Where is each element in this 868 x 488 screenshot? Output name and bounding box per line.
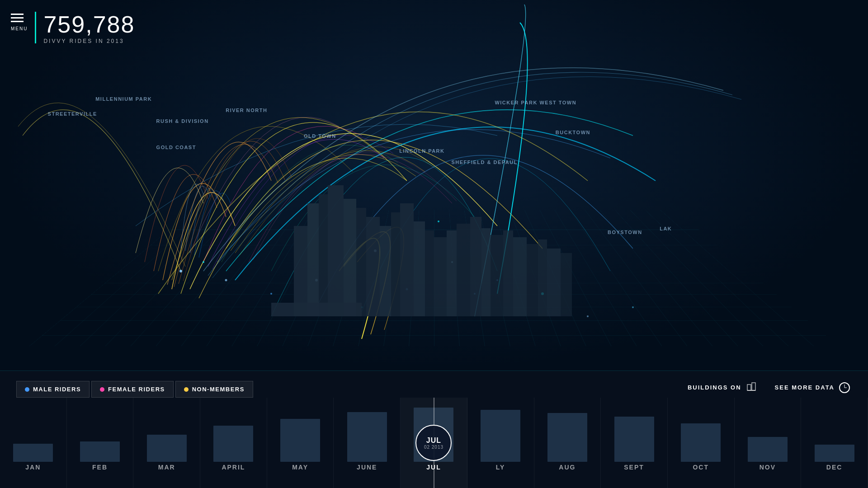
header: MENU 759,788 DIVVY RIDES IN 2013 xyxy=(11,11,135,44)
month-name-mar: MAR xyxy=(158,464,175,471)
label-sheffield: SHEFFIELD & DEPAUL xyxy=(451,160,518,165)
month-name-april: APRIL xyxy=(222,464,245,471)
svg-rect-18 xyxy=(328,185,344,316)
buildings-toggle[interactable]: BUILDINGS ON xyxy=(688,381,757,394)
month-name-may: MAY xyxy=(292,464,308,471)
svg-point-2 xyxy=(225,279,227,282)
right-controls: BUILDINGS ON SEE MORE DATA xyxy=(688,381,850,394)
clock-icon xyxy=(839,382,850,393)
month-col-dec[interactable]: DEC xyxy=(801,398,868,488)
svg-rect-33 xyxy=(503,230,513,316)
label-millennium: MILLENNIUM PARK xyxy=(95,96,152,102)
filter-nonmember[interactable]: NON-MEMBERS xyxy=(175,381,253,398)
filter-male[interactable]: MALE RIDERS xyxy=(16,381,90,398)
svg-rect-20 xyxy=(356,208,366,316)
male-dot xyxy=(25,387,29,392)
month-name-sept: SEPT xyxy=(624,464,644,471)
label-wicker-park: WICKER PARK WEST TOWN xyxy=(495,100,576,105)
month-col-jul[interactable]: JUL 02 2013 JUL xyxy=(401,398,467,488)
svg-rect-25 xyxy=(414,221,425,316)
svg-rect-39 xyxy=(271,303,362,316)
month-col-ly[interactable]: LY xyxy=(467,398,534,488)
month-col-june[interactable]: JUNE xyxy=(334,398,401,488)
svg-rect-41 xyxy=(752,383,755,390)
menu-button[interactable]: MENU xyxy=(11,11,28,31)
nonmember-label: NON-MEMBERS xyxy=(192,386,245,393)
month-name-ly: LY xyxy=(496,464,505,471)
label-lak: LAK xyxy=(660,226,672,231)
building-icon xyxy=(746,381,757,394)
label-streeterville: STREETERVILLE xyxy=(48,111,97,117)
month-col-mar[interactable]: MAR xyxy=(133,398,200,488)
svg-rect-32 xyxy=(491,235,503,316)
svg-rect-23 xyxy=(391,212,400,316)
svg-rect-26 xyxy=(425,230,434,316)
female-label: FEMALE RIDERS xyxy=(108,386,165,393)
header-divider xyxy=(35,12,36,43)
bottom-bar: MALE RIDERS FEMALE RIDERS NON-MEMBERS BU… xyxy=(0,371,868,488)
month-name-june: JUNE xyxy=(357,464,377,471)
female-dot xyxy=(100,387,104,392)
month-name-nov: NOV xyxy=(760,464,776,471)
svg-rect-29 xyxy=(457,224,470,316)
month-name-aug: AUG xyxy=(559,464,576,471)
data-label: SEE MORE DATA xyxy=(775,384,835,391)
svg-rect-31 xyxy=(481,228,491,316)
svg-point-1 xyxy=(203,261,204,263)
buildings-label: BUILDINGS ON xyxy=(688,384,741,391)
filter-buttons: MALE RIDERS FEMALE RIDERS NON-MEMBERS xyxy=(16,381,253,398)
svg-rect-16 xyxy=(307,203,319,316)
timeline[interactable]: JANFEBMARAPRILMAYJUNE JUL 02 2013 JULLYA… xyxy=(0,398,868,488)
svg-rect-30 xyxy=(470,217,481,316)
label-lincoln-park: LINCOLN PARK xyxy=(399,148,444,154)
svg-rect-34 xyxy=(513,237,527,316)
male-label: MALE RIDERS xyxy=(33,386,81,393)
month-col-oct[interactable]: OCT xyxy=(668,398,735,488)
map-visualization: STREETERVILLE GOLD COAST RUSH & DIVISION… xyxy=(0,0,868,371)
label-gold-coast: GOLD COAST xyxy=(156,145,196,150)
month-name-dec: DEC xyxy=(826,464,843,471)
label-old-town: OLD TOWN xyxy=(304,133,336,139)
svg-rect-17 xyxy=(319,194,328,316)
label-rush-division: RUSH & DIVISION xyxy=(156,118,209,124)
nonmember-dot xyxy=(184,387,189,392)
label-river-north: RIVER NORTH xyxy=(226,108,267,113)
month-col-sept[interactable]: SEPT xyxy=(601,398,668,488)
active-month: JUL xyxy=(426,436,441,445)
month-name-oct: OCT xyxy=(693,464,709,471)
svg-rect-38 xyxy=(561,253,572,316)
month-name-jan: JAN xyxy=(25,464,41,471)
city-buildings xyxy=(271,158,678,316)
month-col-feb[interactable]: FEB xyxy=(67,398,134,488)
svg-point-0 xyxy=(179,270,182,272)
label-boystown: BOYSTOWN xyxy=(608,230,642,235)
month-col-nov[interactable]: NOV xyxy=(735,398,802,488)
active-date: 02 2013 xyxy=(424,445,443,450)
see-more-data[interactable]: SEE MORE DATA xyxy=(775,382,850,393)
menu-label: MENU xyxy=(11,26,28,31)
svg-rect-27 xyxy=(434,237,447,316)
ride-subtitle: DIVVY RIDES IN 2013 xyxy=(43,38,135,44)
svg-rect-19 xyxy=(344,199,356,316)
svg-rect-24 xyxy=(400,203,414,316)
month-name-feb: FEB xyxy=(92,464,108,471)
svg-rect-35 xyxy=(527,244,538,316)
svg-rect-28 xyxy=(447,230,457,316)
filter-female[interactable]: FEMALE RIDERS xyxy=(91,381,174,398)
month-col-aug[interactable]: AUG xyxy=(534,398,601,488)
svg-rect-36 xyxy=(538,239,547,316)
month-col-jan[interactable]: JAN xyxy=(0,398,67,488)
ride-count: 759,788 xyxy=(43,13,135,36)
svg-rect-22 xyxy=(380,226,391,316)
month-col-april[interactable]: APRIL xyxy=(200,398,267,488)
stats-block: 759,788 DIVVY RIDES IN 2013 xyxy=(43,11,135,44)
svg-rect-40 xyxy=(747,385,751,390)
month-col-may[interactable]: MAY xyxy=(267,398,334,488)
svg-rect-21 xyxy=(366,217,380,316)
label-bucktown: BUCKTOWN xyxy=(556,130,590,135)
svg-rect-37 xyxy=(547,249,561,316)
